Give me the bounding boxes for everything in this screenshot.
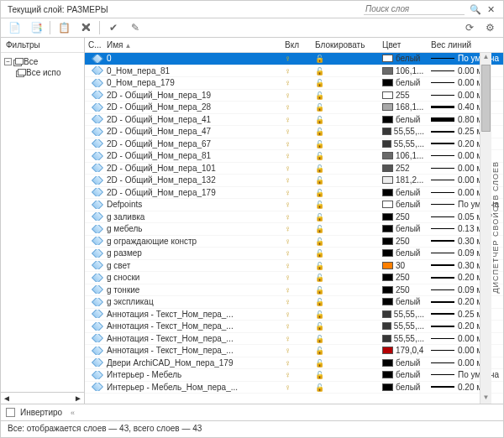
- lock-icon[interactable]: 🔓: [315, 55, 324, 63]
- lock-icon[interactable]: 🔓: [315, 79, 324, 87]
- color-cell[interactable]: 55,55,...: [379, 321, 428, 331]
- lock-icon[interactable]: 🔓: [315, 335, 324, 343]
- layer-row[interactable]: Defpoints♀🔓белыйПо умолча: [85, 199, 503, 211]
- color-cell[interactable]: 255: [379, 91, 428, 100]
- bulb-icon[interactable]: ♀: [285, 91, 291, 100]
- color-cell[interactable]: 106,1...: [379, 151, 428, 160]
- layer-row[interactable]: 2D - Общий_Ном_пера_19♀🔓2550.00 мм: [85, 90, 503, 102]
- layer-row[interactable]: g сноски♀🔓2500.20 мм: [85, 272, 503, 284]
- layer-row[interactable]: Интерьер - Мебель♀🔓белыйПо умолча: [85, 369, 503, 382]
- lock-icon[interactable]: 🔓: [315, 310, 324, 319]
- layer-row[interactable]: 2D - Общий_Ном_пера_179♀🔓белый0.00 мм: [85, 187, 503, 200]
- lock-icon[interactable]: 🔓: [315, 140, 324, 149]
- invert-checkbox[interactable]: [6, 408, 15, 417]
- lock-icon[interactable]: 🔓: [315, 347, 324, 355]
- panel-close-icon[interactable]: ✕: [485, 3, 496, 15]
- lock-icon[interactable]: 🔓: [315, 128, 324, 136]
- lock-icon[interactable]: 🔓: [315, 103, 324, 112]
- lock-icon[interactable]: 🔓: [315, 91, 324, 100]
- layer-row[interactable]: g ограждающие констр♀🔓2500.30 мм: [85, 236, 503, 248]
- color-cell[interactable]: белый: [379, 115, 428, 124]
- bulb-icon[interactable]: ♀: [285, 248, 291, 258]
- layer-row[interactable]: 2D - Общий_Ном_пера_28♀🔓168,1...0.40 мм: [85, 102, 503, 114]
- color-cell[interactable]: 106,1...: [379, 66, 428, 76]
- col-on[interactable]: Вкл: [281, 39, 312, 51]
- layer-row[interactable]: 0_Ном_пера_81♀🔓106,1...0.00 мм: [85, 65, 503, 78]
- color-cell[interactable]: белый: [379, 248, 428, 258]
- bulb-icon[interactable]: ♀: [285, 115, 291, 124]
- bulb-icon[interactable]: ♀: [285, 310, 291, 319]
- col-lock[interactable]: Блокировать: [312, 39, 379, 51]
- color-cell[interactable]: 250: [379, 273, 428, 282]
- bulb-icon[interactable]: ♀: [285, 66, 291, 76]
- filter-tree[interactable]: − Все Все испо: [1, 53, 84, 392]
- new-layer-icon[interactable]: 📄: [6, 20, 23, 35]
- search-input[interactable]: [364, 3, 465, 15]
- lock-icon[interactable]: 🔓: [315, 116, 324, 124]
- layer-row[interactable]: g мебель♀🔓белый0.13 мм: [85, 223, 503, 236]
- color-cell[interactable]: 55,55,...: [379, 127, 428, 136]
- lock-icon[interactable]: 🔓: [315, 274, 324, 282]
- layer-row[interactable]: g свет♀🔓300.30 мм: [85, 260, 503, 273]
- set-current-icon[interactable]: ✔: [105, 20, 122, 35]
- lock-icon[interactable]: 🔓: [315, 237, 324, 246]
- delete-layer-icon[interactable]: 🗙: [77, 20, 94, 35]
- bulb-icon[interactable]: ♀: [285, 261, 291, 270]
- bulb-icon[interactable]: ♀: [285, 54, 291, 63]
- bulb-icon[interactable]: ♀: [285, 127, 291, 136]
- match-layer-icon[interactable]: ✎: [127, 20, 144, 35]
- bulb-icon[interactable]: ♀: [285, 200, 291, 209]
- layer-row[interactable]: 0♀🔓белыйПо умолча: [85, 53, 503, 65]
- tree-item-all[interactable]: − Все: [3, 56, 82, 67]
- bulb-icon[interactable]: ♀: [285, 383, 291, 392]
- layer-row[interactable]: Аннотация - Текст_Ном_пера_...♀🔓55,55,..…: [85, 309, 503, 321]
- layer-row[interactable]: 2D - Общий_Ном_пера_101♀🔓2520.00 мм: [85, 163, 503, 175]
- bulb-icon[interactable]: ♀: [285, 78, 291, 87]
- layer-row[interactable]: 2D - Общий_Ном_пера_81♀🔓106,1...0.00 мм: [85, 150, 503, 163]
- color-cell[interactable]: 55,55,...: [379, 334, 428, 343]
- expand-icon[interactable]: «: [71, 409, 75, 417]
- bulb-icon[interactable]: ♀: [285, 358, 291, 368]
- layer-states-icon[interactable]: 📋: [55, 20, 72, 35]
- bulb-icon[interactable]: ♀: [285, 346, 291, 355]
- layer-row[interactable]: 0_Ном_пера_179♀🔓белый0.00 мм: [85, 77, 503, 90]
- color-cell[interactable]: 55,55,...: [379, 139, 428, 149]
- layer-row[interactable]: 2D - Общий_Ном_пера_67♀🔓55,55,...0.20 мм: [85, 138, 503, 151]
- layer-row[interactable]: Двери ArchiCAD_Ном_пера_179♀🔓белый0.00 м…: [85, 357, 503, 370]
- layer-row[interactable]: g тонкие♀🔓2500.09 мм: [85, 284, 503, 297]
- tree-item-used[interactable]: Все испо: [3, 67, 82, 78]
- lock-icon[interactable]: 🔓: [315, 298, 324, 306]
- layer-row[interactable]: 2D - Общий_Ном_пера_41♀🔓белый0.80 мм: [85, 114, 503, 127]
- layer-row[interactable]: g размер♀🔓белый0.09 мм: [85, 248, 503, 260]
- lock-icon[interactable]: 🔓: [315, 67, 324, 76]
- color-cell[interactable]: 250: [379, 212, 428, 222]
- color-cell[interactable]: белый: [379, 370, 428, 379]
- color-cell[interactable]: 168,1...: [379, 102, 428, 112]
- bulb-icon[interactable]: ♀: [285, 139, 291, 149]
- layer-row[interactable]: Аннотация - Текст_Ном_пера_...♀🔓55,55,..…: [85, 321, 503, 333]
- lock-icon[interactable]: 🔓: [315, 213, 324, 222]
- color-cell[interactable]: белый: [379, 297, 428, 306]
- lock-icon[interactable]: 🔓: [315, 383, 324, 392]
- layer-row[interactable]: g заливка♀🔓2500.05 мм: [85, 211, 503, 224]
- collapse-icon[interactable]: −: [4, 58, 12, 65]
- bulb-icon[interactable]: ♀: [285, 285, 291, 295]
- new-layer-freeze-icon[interactable]: 📑: [28, 20, 45, 35]
- color-cell[interactable]: белый: [379, 54, 428, 63]
- color-cell[interactable]: 179,0,4: [379, 346, 428, 355]
- layer-row[interactable]: Аннотация - Текст_Ном_пера_...♀🔓179,0,40…: [85, 345, 503, 357]
- bulb-icon[interactable]: ♀: [285, 273, 291, 282]
- lock-icon[interactable]: 🔓: [315, 164, 324, 173]
- lock-icon[interactable]: 🔓: [315, 152, 324, 160]
- settings-icon[interactable]: ⚙: [481, 20, 498, 35]
- bulb-icon[interactable]: ♀: [285, 175, 291, 185]
- lock-icon[interactable]: 🔓: [315, 225, 324, 233]
- layer-row[interactable]: g экспликац♀🔓белый0.20 мм: [85, 296, 503, 309]
- bulb-icon[interactable]: ♀: [285, 370, 291, 379]
- bulb-icon[interactable]: ♀: [285, 321, 291, 331]
- color-cell[interactable]: 250: [379, 285, 428, 295]
- bulb-icon[interactable]: ♀: [285, 297, 291, 306]
- lock-icon[interactable]: 🔓: [315, 201, 324, 209]
- color-cell[interactable]: 30: [379, 261, 428, 270]
- bulb-icon[interactable]: ♀: [285, 334, 291, 343]
